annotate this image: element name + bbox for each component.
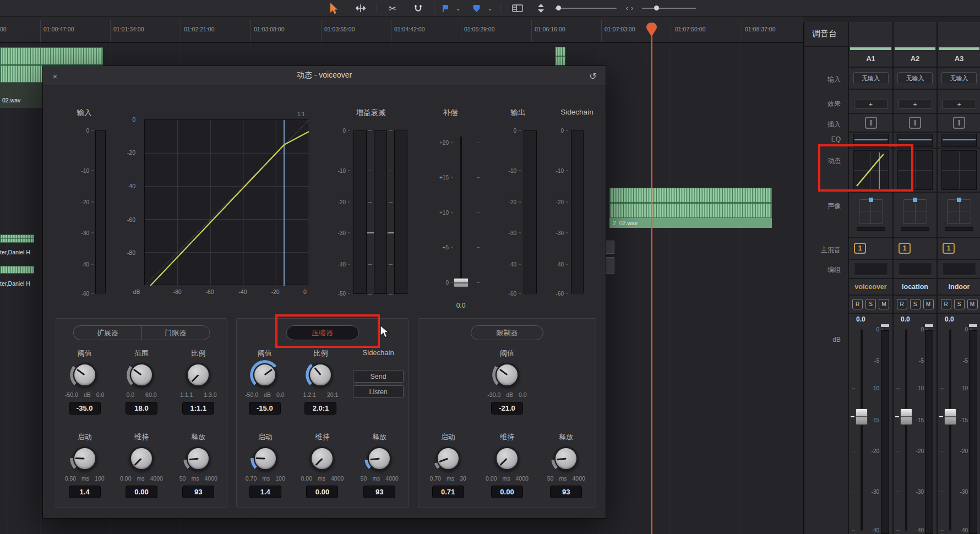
input-select[interactable]: 无输入	[897, 72, 933, 84]
channel-label[interactable]: A2	[894, 51, 937, 68]
playhead-marker[interactable]	[646, 23, 657, 40]
audio-clip[interactable]	[555, 47, 565, 66]
ratio-knob[interactable]	[186, 363, 210, 387]
dynamics-graph[interactable]	[144, 119, 308, 285]
reset-icon[interactable]: ↺	[587, 70, 599, 82]
fader-track[interactable]	[861, 329, 863, 531]
release-knob[interactable]	[367, 446, 391, 471]
ratio-value[interactable]: 1:1.1	[182, 402, 214, 415]
threshold-value[interactable]: -35.0	[69, 402, 101, 415]
audio-clip[interactable]	[605, 241, 614, 254]
fader-handle[interactable]	[856, 408, 868, 425]
pan-control[interactable]	[859, 199, 883, 224]
range-knob[interactable]	[129, 363, 154, 387]
close-icon[interactable]: ×	[50, 70, 61, 81]
pan-control[interactable]	[903, 199, 927, 224]
threshold-knob[interactable]	[495, 363, 519, 387]
razor-tool-icon[interactable]: ✂	[386, 2, 399, 15]
solo-button[interactable]: S	[954, 299, 965, 309]
channel-fader[interactable]: 0-5-10-15-20-30-40	[938, 325, 980, 534]
audio-clip[interactable]	[605, 257, 614, 274]
fader-track[interactable]	[905, 329, 907, 531]
insert-toggle[interactable]	[865, 117, 877, 129]
gate-toggle[interactable]: 门限器	[141, 325, 210, 340]
release-value[interactable]: 93	[363, 486, 395, 498]
threshold-knob[interactable]	[73, 363, 97, 387]
fader-value[interactable]: 0.0	[894, 314, 937, 325]
pan-bar[interactable]	[945, 227, 973, 231]
snap-magnet-icon[interactable]	[412, 2, 424, 15]
trim-tool-icon[interactable]	[355, 2, 367, 15]
group-box[interactable]	[942, 262, 976, 276]
attack-value[interactable]: 1.4	[249, 486, 281, 498]
attack-knob[interactable]	[73, 446, 97, 471]
attack-value[interactable]: 0.71	[432, 486, 464, 498]
dialog-titlebar[interactable]: × 动态 - voiceover ↺	[43, 66, 606, 85]
track-name[interactable]: location	[894, 279, 937, 296]
makeup-value[interactable]: 0.0	[444, 302, 477, 309]
hold-knob[interactable]	[495, 446, 519, 471]
insert-toggle[interactable]	[953, 117, 965, 129]
release-knob[interactable]	[186, 446, 210, 471]
fader-handle[interactable]	[944, 408, 956, 425]
pan-bar[interactable]	[901, 227, 929, 231]
mute-button[interactable]: M	[923, 299, 934, 309]
bus-assign-badge[interactable]: 1	[854, 243, 866, 254]
add-effect-button[interactable]: +	[898, 100, 932, 109]
channel-fader[interactable]: 0-5-10-15-20-30-40	[849, 325, 892, 534]
marker-dropdown-icon[interactable]: ⌄	[487, 2, 493, 15]
audio-clip[interactable]: ter,Daniel H	[0, 266, 34, 289]
h old-value[interactable]: 0.00	[491, 486, 523, 498]
marker-icon[interactable]	[471, 2, 481, 15]
channel-label[interactable]: A1	[849, 51, 892, 68]
dynamics-thumbnail[interactable]	[941, 150, 977, 190]
release-value[interactable]: 93	[182, 486, 214, 498]
track-name[interactable]: indoor	[938, 279, 980, 296]
limiter-toggle[interactable]: 限制器	[471, 325, 543, 340]
makeup-slider-track[interactable]	[460, 137, 462, 286]
audio-clip[interactable]: ter,Daniel H	[0, 235, 34, 258]
sidechain-send-button[interactable]: Send	[353, 370, 404, 383]
timeline-ruler[interactable]: 0001:00:47:0001:01:34:0001:02:21:0001:03…	[0, 17, 803, 43]
mute-button[interactable]: M	[967, 299, 978, 309]
fader-handle[interactable]	[900, 408, 912, 425]
pan-bar[interactable]	[857, 227, 885, 231]
threshold-value[interactable]: -21.0	[491, 402, 523, 415]
mute-button[interactable]: M	[879, 299, 889, 309]
hold-knob[interactable]	[310, 446, 334, 471]
release-knob[interactable]	[554, 446, 578, 471]
fader-track[interactable]	[949, 329, 951, 531]
group-box[interactable]	[854, 262, 888, 276]
fader-value[interactable]: 0.0	[938, 314, 980, 325]
solo-button[interactable]: S	[865, 299, 876, 309]
track-name[interactable]: voiceover	[849, 279, 892, 296]
bus-assign-badge[interactable]: 1	[943, 243, 955, 254]
pan-control[interactable]	[947, 199, 971, 224]
range-value[interactable]: 18.0	[126, 402, 157, 415]
fader-value[interactable]: 0.0	[849, 314, 892, 325]
expander-toggle[interactable]: 扩展器	[73, 325, 141, 340]
record-arm-button[interactable]: R	[897, 299, 907, 309]
ratio-value[interactable]: 2.0:1	[304, 402, 336, 415]
solo-button[interactable]: S	[910, 299, 921, 309]
channel-fader[interactable]: 0-5-10-15-20-30-40	[894, 325, 937, 534]
channel-label[interactable]: A3	[938, 51, 980, 68]
release-value[interactable]: 93	[550, 486, 582, 498]
hold-knob[interactable]	[129, 446, 154, 471]
record-arm-button[interactable]: R	[941, 299, 951, 309]
makeup-slider-handle[interactable]	[454, 278, 469, 287]
eq-thumbnail[interactable]	[941, 134, 977, 147]
insert-toggle[interactable]	[909, 117, 921, 129]
timeline-view-options-icon[interactable]	[511, 2, 524, 15]
add-effect-button[interactable]: +	[942, 100, 976, 109]
threshold-knob[interactable]	[253, 363, 277, 387]
selection-tool-icon[interactable]	[328, 2, 339, 15]
add-effect-button[interactable]: +	[854, 100, 888, 109]
track-height-icon[interactable]	[536, 2, 545, 15]
flag-dropdown-icon[interactable]: ⌄	[455, 2, 461, 15]
attack-value[interactable]: 1.4	[69, 486, 101, 498]
record-arm-button[interactable]: R	[852, 299, 863, 309]
hold-value[interactable]: 0.00	[126, 486, 157, 498]
hold-value[interactable]: 0.00	[306, 486, 338, 498]
group-box[interactable]	[898, 262, 932, 276]
